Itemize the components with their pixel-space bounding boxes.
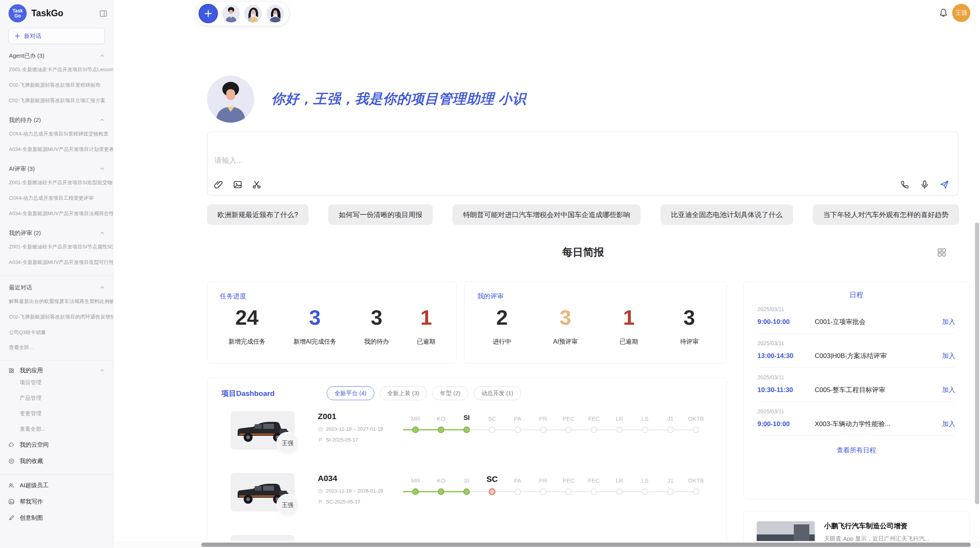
stat-value: 3 — [293, 306, 336, 329]
stat-label: 已逾期 — [417, 338, 435, 346]
view-all-schedule-link[interactable]: 查看所有日程 — [744, 446, 969, 455]
stat-value: 24 — [228, 306, 266, 329]
suggestion-chip[interactable]: 欧洲新规最近颁布了什么? — [207, 204, 308, 225]
notification-bell-icon[interactable] — [938, 8, 949, 18]
microphone-icon[interactable] — [920, 180, 930, 190]
schedule-title: 日程 — [744, 290, 969, 300]
chevron-up-icon — [99, 117, 105, 123]
recent-section-header[interactable]: 最近对话 — [0, 284, 113, 291]
sidebar-item[interactable]: C02-飞腾新能源轻客改款项目的闭环通告反馈情况 — [0, 309, 113, 325]
new-chat-button[interactable]: 新对话 — [9, 28, 105, 44]
sidebar-link[interactable]: 创意制图 — [0, 510, 113, 526]
dashboard-tab[interactable]: 年型 (2) — [432, 386, 468, 400]
project-flag: SI-2025-05-17 — [318, 437, 383, 443]
vertical-scrollbar[interactable] — [975, 223, 979, 504]
milestone-label: MR — [411, 413, 420, 422]
briefing-card: 我的评审 2 进行中 3 AI预评审 1 已逾期 3 待评审 — [464, 281, 727, 364]
layout-toggle-icon[interactable] — [936, 247, 947, 258]
project-row[interactable]: 王强 A034 2023-12-19 ~ 2026-01-19 SC-2025-… — [207, 470, 726, 532]
join-meeting-link[interactable]: 加入 — [942, 420, 955, 428]
milestone-step: PR — [530, 413, 556, 433]
section-header[interactable]: 我的待办 (2) — [0, 116, 113, 124]
join-meeting-link[interactable]: 加入 — [942, 317, 955, 326]
apps-view-all-link[interactable]: 查看全部... — [0, 421, 113, 437]
app-item[interactable]: 产品管理 — [0, 390, 113, 406]
milestone-label: OKTB — [688, 475, 704, 484]
stat-label: 进行中 — [493, 338, 511, 346]
sidebar-tools: AI超级员工 帮我写作 创意制图 — [0, 477, 113, 526]
schedule-event-title: C001-立项审批会 — [815, 317, 937, 326]
milestone-stepper: MR KO SI SC PA PR PEC FEC LR LS J1 OKTB — [403, 475, 709, 495]
message-input[interactable] — [214, 156, 678, 165]
sidebar-item[interactable]: Z001-全新燃油轻卡产品开发项目SI造型提交物评审 — [0, 175, 113, 190]
divider — [0, 360, 113, 361]
milestone-step: KO — [428, 413, 454, 433]
suggestion-chip[interactable]: 如何写一份清晰的项目周报 — [328, 204, 433, 225]
app-item[interactable]: 项目管理 — [0, 375, 113, 390]
milestone-label: FEC — [588, 413, 600, 422]
milestone-label: SC — [488, 413, 496, 422]
sidebar-link[interactable]: AI超级员工 — [0, 477, 113, 493]
sidebar-item[interactable]: C0X4-动力总成开发项目工程变更评审 — [0, 190, 113, 206]
project-row[interactable]: 王强 Z001 2023-12-19 ~ 2027-01-19 SI-2025-… — [207, 408, 726, 470]
message-composer — [207, 132, 958, 195]
briefing-card: 任务进度 24 新增完成任务 3 新增AI完成任务 3 我的待办 1 已逾期 — [207, 281, 457, 364]
sidebar-item[interactable]: A034-全新新能源MUV产品开发项目造型可行性评审 — [0, 255, 113, 270]
sidebar-item[interactable]: Z001-全新燃油皮卡产品开发项目SI节点Lesson Learn报告 — [0, 62, 113, 77]
sidebar-item[interactable]: Z001-全新燃油轻卡产品开发项目SI节点属性5D文件评审 — [0, 239, 113, 255]
milestone-dot — [438, 426, 444, 433]
project-dashboard-card: 项目Dashboard 全新平台 (4)全新上装 (3)年型 (2)动总开发 (… — [207, 377, 727, 548]
dashboard-tab[interactable]: 全新平台 (4) — [327, 386, 374, 400]
screenshot-scissors-icon[interactable] — [252, 180, 262, 190]
phone-call-icon[interactable] — [900, 180, 910, 190]
sidebar-link[interactable]: 帮我写作 — [0, 493, 113, 510]
dashboard-tab[interactable]: 动总开发 (1) — [474, 386, 521, 400]
stats: 2 进行中 3 AI预评审 1 已逾期 3 待评审 — [465, 306, 726, 346]
sidebar-item[interactable]: C02-飞腾新能源轻客改款项目里程碑画布 — [0, 77, 113, 93]
attachment-icon[interactable] — [214, 180, 224, 190]
dashboard-title: 项目Dashboard — [221, 389, 274, 399]
sidebar-link-label: 帮我写作 — [20, 498, 43, 505]
schedule-date: 2025/03/11 — [757, 374, 955, 380]
sidebar-item[interactable]: A034-全新新能源MUV产品开发项目法规符合性评审 — [0, 206, 113, 221]
suggestion-chip[interactable]: 特朗普可能对进口汽车增税会对中国车企造成哪些影响 — [452, 204, 641, 225]
milestone-label: PR — [539, 413, 547, 422]
join-meeting-link[interactable]: 加入 — [942, 351, 955, 360]
section-header[interactable]: Agent已办 (3) — [0, 52, 113, 60]
my-apps-header[interactable]: 我的应用 — [0, 363, 113, 375]
suggestion-chip[interactable]: 比亚迪全固态电池计划具体说了什么 — [661, 204, 793, 225]
recent-view-all-link[interactable]: 查看全部... — [0, 340, 113, 355]
sidebar-link[interactable]: 我的云空间 — [0, 437, 113, 453]
sidebar-link-label: 我的云空间 — [20, 441, 49, 449]
horizontal-scrollbar[interactable] — [201, 543, 971, 547]
sidebar-item[interactable]: 解释最新出台的欧盟报废车法规再生塑料比例被调至15%... — [0, 294, 113, 309]
join-meeting-link[interactable]: 加入 — [942, 385, 955, 394]
schedule-item: 2025/03/11 13:00-14:30 C003|H0B-方案冻结评审 加… — [757, 334, 955, 368]
section-header[interactable]: 我的评审 (2) — [0, 229, 113, 237]
user-avatar[interactable]: 王强 — [952, 4, 970, 22]
add-agent-button[interactable] — [199, 4, 218, 23]
stat-value: 1 — [417, 306, 435, 329]
greeting-block: 你好，王强，我是你的项目管理助理 小识 — [207, 75, 526, 123]
collapse-sidebar-icon[interactable] — [99, 9, 108, 18]
divider — [0, 276, 113, 276]
send-icon[interactable] — [939, 180, 949, 190]
suggestion-chip[interactable]: 当下年轻人对汽车外观有怎样的喜好趋势 — [813, 204, 959, 225]
sidebar-item[interactable]: A034-全新新能源MUV产品开发项目计划变更表编写 — [0, 142, 113, 157]
schedule-date: 2025/03/11 — [757, 340, 955, 346]
agent-avatar-1[interactable] — [222, 5, 240, 22]
agent-avatar-3[interactable] — [266, 5, 284, 22]
section-header[interactable]: AI评审 (3) — [0, 165, 113, 173]
app-item[interactable]: 变更管理 — [0, 406, 113, 421]
agent-avatar-2[interactable] — [244, 5, 262, 22]
sidebar-item[interactable]: C02-飞腾新能源轻客改款项目立项汇报方案 — [0, 93, 113, 108]
milestone-label: LR — [616, 413, 623, 422]
milestone-dot — [489, 488, 495, 495]
apps-items: 项目管理产品管理变更管理 — [0, 375, 113, 421]
image-upload-icon[interactable] — [233, 180, 243, 190]
sidebar-item[interactable]: C0X4-动力总成开发项目SI里程碑提交物检查 — [0, 126, 113, 142]
dashboard-tab[interactable]: 全新上装 (3) — [380, 386, 427, 400]
sidebar-link[interactable]: 我的收藏 — [0, 453, 113, 469]
stat-label: 已逾期 — [620, 338, 638, 346]
sidebar-item[interactable]: 公司Q3轻卡销量 — [0, 325, 113, 340]
